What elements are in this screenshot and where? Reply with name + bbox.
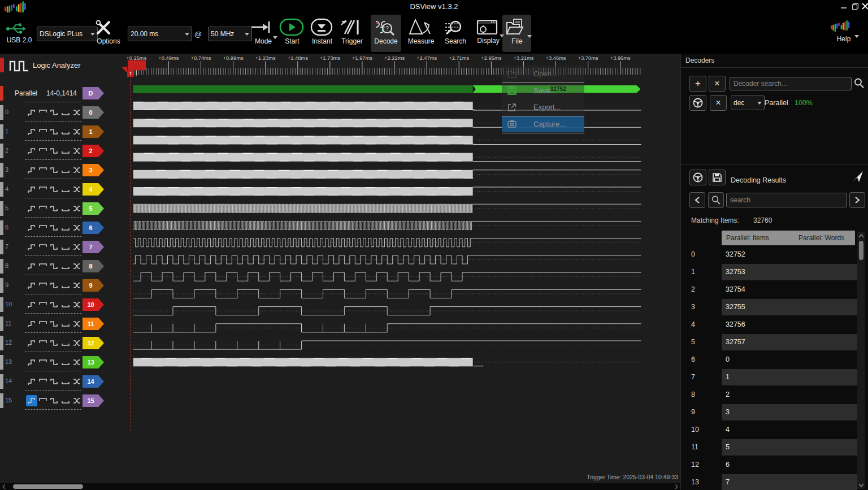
high-trigger-icon[interactable] [37,222,49,233]
clear-decoders-button[interactable]: × [709,76,726,92]
horizontal-scrollbar-thumb[interactable] [13,484,83,489]
low-trigger-icon[interactable] [60,164,71,176]
table-row[interactable]: 126 [681,457,868,474]
edge-trigger-icon[interactable] [71,241,83,253]
fall-trigger-icon[interactable] [49,145,60,157]
channel-tag[interactable]: 8 [83,260,104,272]
fall-trigger-icon[interactable] [49,107,60,118]
edge-trigger-icon[interactable] [71,280,83,291]
high-trigger-icon[interactable] [37,395,49,406]
table-row[interactable]: 137 [681,474,868,490]
rise-trigger-icon[interactable] [26,184,37,195]
file-button[interactable]: File [505,18,530,45]
fall-trigger-icon[interactable] [49,280,60,291]
rise-trigger-icon[interactable] [26,222,37,233]
next-result-button[interactable] [849,192,865,208]
low-trigger-icon[interactable] [60,280,71,291]
low-trigger-icon[interactable] [60,145,71,157]
edge-trigger-icon[interactable] [71,337,83,349]
channel-row-8[interactable]: 88 [0,257,106,276]
fall-trigger-icon[interactable] [49,164,60,176]
edge-trigger-icon[interactable] [71,395,83,406]
edge-trigger-icon[interactable] [71,299,83,310]
close-button[interactable] [860,1,868,11]
rise-trigger-icon[interactable] [26,203,37,214]
table-row[interactable]: 82 [681,387,868,404]
table-row[interactable]: 432756 [681,316,868,334]
help-button[interactable]: Help [831,19,857,43]
high-trigger-icon[interactable] [37,145,49,157]
horizontal-scrollbar[interactable] [0,483,680,490]
channel-tag[interactable]: 14 [83,375,104,388]
low-trigger-icon[interactable] [60,357,71,368]
decode-button[interactable]: ? Decode [372,18,400,45]
low-trigger-icon[interactable] [60,261,71,272]
mode-button[interactable]: Mode [250,19,276,45]
fall-trigger-icon[interactable] [49,241,60,253]
vertical-scrollbar-thumb[interactable] [859,241,863,260]
channel-row-14[interactable]: 1414 [0,372,106,391]
goto-annotation-icon[interactable] [850,169,865,184]
rise-trigger-icon[interactable] [26,337,37,349]
fall-trigger-icon[interactable] [49,318,60,329]
results-table[interactable]: 0327521327532327543327554327565327576071… [681,246,857,490]
high-trigger-icon[interactable] [37,337,49,349]
high-trigger-icon[interactable] [37,184,49,195]
rise-trigger-icon[interactable] [26,164,37,176]
minimize-button[interactable] [839,1,849,11]
edge-trigger-icon[interactable] [71,318,83,329]
high-trigger-icon[interactable] [37,241,49,253]
channel-row-5[interactable]: 55 [0,199,106,218]
results-table-header[interactable]: Parallel: Items Parallel: Words [722,231,855,245]
channel-row-4[interactable]: 44 [0,180,106,199]
channel-row-6[interactable]: 66 [0,218,106,237]
decoder-options-button[interactable] [689,95,706,111]
edge-trigger-icon[interactable] [71,203,83,214]
low-trigger-icon[interactable] [60,241,71,253]
channel-tag[interactable]: 0 [83,106,104,119]
rise-trigger-icon[interactable] [26,241,37,253]
fall-trigger-icon[interactable] [49,299,60,310]
channel-row-11[interactable]: 1111 [0,314,106,333]
channel-tag[interactable]: 6 [83,222,104,234]
parallel-decoder-row[interactable]: Parallel14-0,1414D [0,84,106,103]
high-trigger-icon[interactable] [37,357,49,368]
table-row[interactable]: 71 [681,369,868,387]
fall-trigger-icon[interactable] [49,395,60,406]
vertical-scrollbar[interactable] [857,232,865,489]
channel-tag[interactable]: 9 [83,279,104,292]
high-trigger-icon[interactable] [37,280,49,291]
low-trigger-icon[interactable] [60,395,71,406]
channel-tag[interactable]: 2 [83,145,104,157]
channel-tag[interactable]: 4 [83,183,104,196]
table-row[interactable]: 232754 [681,281,868,299]
samplerate-select[interactable]: 50 MHz [208,27,252,41]
menu-item-open[interactable]: Open... [502,66,584,83]
low-trigger-icon[interactable] [60,376,71,387]
measure-button[interactable]: Measure [407,18,435,45]
channel-row-0[interactable]: 00 [0,103,106,122]
decoder-format-select[interactable]: dec [731,96,765,110]
channel-row-13[interactable]: 1313 [0,353,106,372]
rise-trigger-icon[interactable] [26,357,37,368]
remove-decoder-button[interactable]: × [710,95,727,111]
channel-row-1[interactable]: 11 [0,122,106,141]
low-trigger-icon[interactable] [60,222,71,233]
high-trigger-icon[interactable] [37,164,49,176]
edge-trigger-icon[interactable] [71,107,83,118]
channel-tag[interactable]: 13 [83,356,104,368]
device-select[interactable]: DSLogic PLus [37,27,98,41]
channel-row-10[interactable]: 1010 [0,295,106,314]
channel-row-15[interactable]: 1515 [0,391,106,410]
low-trigger-icon[interactable] [60,337,71,349]
edge-trigger-icon[interactable] [71,164,83,176]
high-trigger-icon[interactable] [37,318,49,329]
fall-trigger-icon[interactable] [49,203,60,214]
results-save-button[interactable] [709,170,726,185]
fall-trigger-icon[interactable] [49,126,60,137]
edge-trigger-icon[interactable] [71,261,83,272]
channel-tag[interactable]: 1 [83,125,104,138]
edge-trigger-icon[interactable] [71,376,83,387]
instant-button[interactable]: Instant [309,18,335,45]
rise-trigger-icon[interactable] [26,395,37,406]
